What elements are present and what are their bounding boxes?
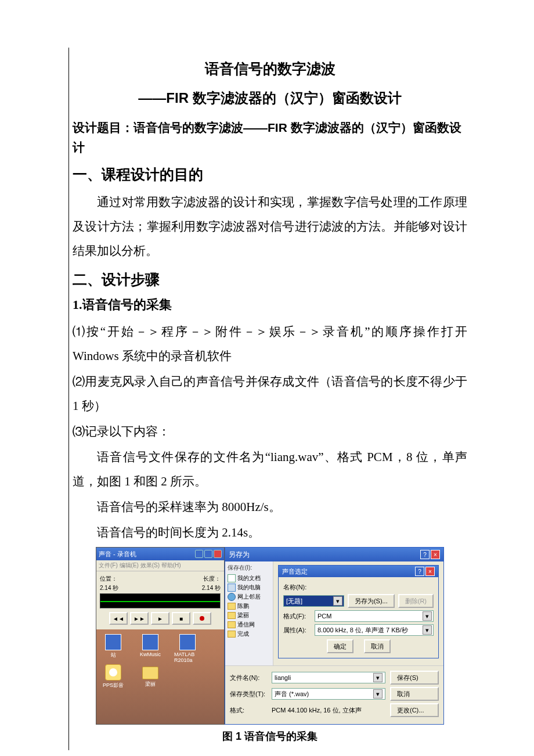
attr-label: 属性(A): [283, 626, 311, 635]
minimize-icon[interactable] [195, 550, 203, 558]
recorder-title-text: 声音 - 录音机 [99, 550, 136, 559]
close-icon[interactable]: × [425, 567, 435, 576]
desktop-icons-row2: PPS影音 梁丽 [96, 664, 224, 693]
stop-button[interactable]: ■ [172, 612, 190, 625]
recorder-body: 位置： 长度： 2.14 秒 2.14 秒 ◄◄ ►► ► ■ [96, 571, 224, 629]
place-folder-1[interactable]: 陈鹏 [228, 602, 270, 610]
save-as-main-area: 声音选定 ? × 名称(N): [273, 561, 443, 665]
place-folder-4[interactable]: 完成 [228, 630, 270, 638]
folder-icon [228, 621, 236, 628]
change-button[interactable]: 更改(C)... [390, 703, 439, 717]
section2-sub1: 1.语音信号的采集 [73, 296, 467, 314]
recorder-position-value: 2.14 秒 [100, 584, 118, 592]
save-as-places-bar: 保存在(I): 我的文档 我的电脑 网上邻居 陈鹏 梁丽 通信网 完成 [225, 561, 273, 665]
filetype-value: 声音 (*.wav) [275, 690, 309, 699]
close-icon[interactable]: × [431, 550, 440, 559]
attr-value: 8.000 kHz, 8 位, 单声道 7 KB/秒 [317, 626, 408, 635]
recorder-length-value: 2.14 秒 [202, 584, 221, 592]
place-network[interactable]: 网上邻居 [228, 593, 270, 601]
folder-icon [228, 612, 236, 619]
place-label: 梁丽 [237, 611, 249, 620]
name-value: [无题] [286, 597, 302, 606]
desktop-icon-folder[interactable]: 梁丽 [137, 664, 164, 689]
sound-select-dialog: 声音选定 ? × 名称(N): [278, 565, 439, 658]
recorder-window-buttons [195, 550, 222, 558]
save-in-label: 保存在(I): [228, 564, 270, 572]
folder-icon [228, 603, 236, 610]
place-my-computer[interactable]: 我的电脑 [228, 584, 270, 592]
play-button[interactable]: ► [151, 612, 169, 625]
format-combo[interactable]: PCM ▾ [315, 610, 434, 622]
recorder-position-label: 位置： [100, 575, 117, 583]
close-icon[interactable] [214, 550, 222, 558]
doc-title-line2: ——FIR 数字滤波器的（汉宁）窗函数设计 [73, 89, 467, 107]
recorder-transport-buttons: ◄◄ ►► ► ■ [100, 612, 221, 625]
app-icon [105, 664, 121, 681]
design-topic: 设计题目：语音信号的数字滤波——FIR 数字滤波器的（汉宁）窗函数设计 [73, 118, 467, 157]
folder-icon [142, 667, 158, 679]
rewind-button[interactable]: ◄◄ [109, 612, 128, 625]
place-folder-3[interactable]: 通信网 [228, 621, 270, 629]
step-1: ⑴按“开始－＞程序－＞附件－＞娱乐－＞录音机”的顺序操作打开 Windows 系… [73, 319, 467, 368]
help-icon[interactable]: ? [420, 550, 430, 559]
recorder-length-label: 长度： [203, 575, 221, 583]
place-folder-2[interactable]: 梁丽 [228, 611, 270, 620]
desktop-panel: 声音 - 录音机 文件(F) 编辑(E) 效果(S) 帮助(H) 位置： 长度： [96, 547, 225, 725]
record-line-3: 语音信号的时间长度为 2.14s。 [73, 520, 467, 545]
desktop-icon-kwmusic[interactable]: KwMusic [137, 634, 164, 663]
sound-cancel-button[interactable]: 取消 [364, 639, 391, 653]
filename-label: 文件名(N): [230, 674, 267, 682]
sound-select-titlebar: 声音选定 ? × [279, 566, 438, 577]
icon-label: 梁丽 [145, 681, 156, 688]
format-label: 格式(F): [283, 612, 311, 621]
record-button[interactable] [193, 612, 211, 625]
maximize-icon[interactable] [204, 550, 212, 558]
section2-heading: 二、设计步骤 [73, 270, 467, 289]
chevron-down-icon: ▾ [423, 611, 432, 621]
filename-field[interactable]: liangli ▾ [272, 672, 385, 683]
filename-value: liangli [275, 674, 291, 681]
section1-heading: 一、课程设计的目的 [73, 165, 467, 184]
folder-icon [228, 631, 236, 638]
filetype-combo[interactable]: 声音 (*.wav) ▾ [272, 688, 385, 700]
figure-1-caption: 图 1 语音信号的采集 [73, 729, 467, 743]
icon-label: 站 [111, 651, 116, 659]
place-label: 通信网 [237, 621, 255, 629]
recorder-menubar[interactable]: 文件(F) 编辑(E) 效果(S) 帮助(H) [96, 560, 224, 571]
step-2: ⑵用麦克风录入自己的声音信号并保存成文件（语音信号的长度不得少于 1 秒） [73, 369, 467, 418]
desktop-icon-station[interactable]: 站 [100, 634, 127, 663]
chevron-down-icon: ▾ [373, 673, 383, 682]
network-icon [228, 593, 236, 601]
record-dot-icon [200, 616, 204, 621]
documents-icon [228, 574, 236, 582]
place-label: 我的文档 [237, 574, 261, 582]
attr-combo[interactable]: 8.000 kHz, 8 位, 单声道 7 KB/秒 ▾ [315, 624, 434, 636]
step-3: ⑶记录以下内容： [73, 419, 467, 444]
record-line-1: 语音信号文件保存的文件名为“liang.wav”、格式 PCM，8 位，单声道，… [73, 445, 467, 494]
figure-1-screenshot: 声音 - 录音机 文件(F) 编辑(E) 效果(S) 帮助(H) 位置： 长度： [96, 547, 444, 725]
filetype-label: 保存类型(T): [230, 690, 267, 699]
place-label: 陈鹏 [237, 602, 249, 610]
place-label: 完成 [237, 630, 249, 638]
name-combo[interactable]: [无题] ▾ [283, 595, 344, 607]
sound-delete-button[interactable]: 删除(R) [398, 594, 434, 608]
cancel-button[interactable]: 取消 [390, 687, 439, 701]
save-as-bottom: 文件名(N): liangli ▾ 保存(S) 保存类型(T): 声音 (*.w… [225, 665, 443, 724]
chevron-down-icon: ▾ [333, 596, 342, 606]
format-value: PCM [317, 613, 331, 620]
sound-select-title-text: 声音选定 [282, 567, 308, 576]
help-icon[interactable]: ? [415, 567, 424, 576]
sound-saveas-button[interactable]: 另存为(S)... [348, 594, 395, 608]
save-button[interactable]: 保存(S) [390, 671, 439, 685]
chevron-down-icon: ▾ [373, 689, 383, 699]
section1-text: 通过对常用数字滤波器的设计和实现，掌握数字信号处理的工作原理及设计方法；掌握利用… [73, 190, 467, 263]
sound-ok-button[interactable]: 确定 [327, 639, 353, 653]
computer-icon [228, 584, 236, 592]
place-my-documents[interactable]: 我的文档 [228, 574, 270, 582]
save-as-dialog: 另存为 ? × 保存在(I): 我的文档 我的电脑 网上邻居 陈鹏 梁丽 通信网 [225, 547, 444, 725]
icon-label: MATLAB R2010a [174, 651, 201, 663]
place-label: 我的电脑 [237, 584, 261, 592]
desktop-icon-matlab[interactable]: MATLAB R2010a [174, 634, 201, 663]
desktop-icon-pps[interactable]: PPS影音 [100, 664, 127, 689]
forward-button[interactable]: ►► [130, 612, 149, 625]
